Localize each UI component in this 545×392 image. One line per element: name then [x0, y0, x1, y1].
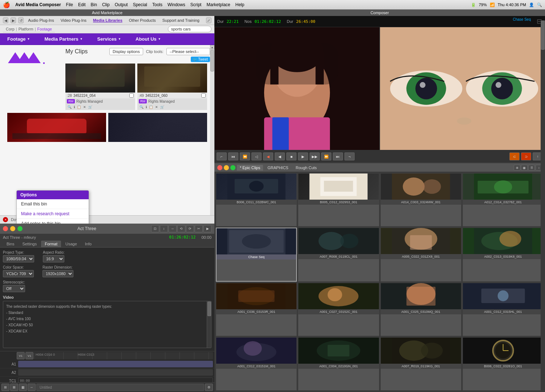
bins-tab-rough[interactable]: Rough Cuts [293, 165, 320, 171]
refresh-btn[interactable]: ↺ [18, 17, 24, 23]
bins-tab-epic[interactable]: * Epic Clips [237, 165, 263, 171]
menu-windows[interactable]: Windows [167, 2, 185, 7]
menu-marketplace[interactable]: Marketplace [206, 2, 230, 7]
scrollbar[interactable]: ▲ ▼ [210, 45, 214, 224]
stereoscopic-select[interactable]: Off [3, 285, 25, 292]
copy-clip-2[interactable]: 📋 [148, 105, 154, 109]
bt-1[interactable]: ⊞ [1, 384, 9, 391]
breadcrumb-platform[interactable]: Platform [19, 27, 33, 31]
mark-in[interactable]: ⌐ [217, 152, 227, 160]
overwrite[interactable]: ⊃ [521, 152, 531, 160]
splice-in[interactable]: ⊂ [509, 152, 520, 160]
slow-back[interactable]: ◀ [275, 152, 285, 160]
bin-clip-10[interactable]: A001_C027_03152C_001 [298, 283, 379, 336]
search-clip-1[interactable]: 🔍 [67, 105, 72, 109]
option-notes[interactable]: Add notes to this bin [17, 219, 89, 224]
bin-clip-7[interactable]: A005_C022_031ZX8_001 [380, 228, 461, 282]
back-btn[interactable]: ◀ [3, 17, 8, 23]
tool-4[interactable]: ⟲ [177, 225, 185, 232]
tab-bins[interactable]: Bins [3, 241, 18, 247]
copy-clip-1[interactable]: 📋 [76, 105, 82, 109]
bt-2[interactable]: ⊠ [10, 384, 18, 391]
bt-5[interactable]: ⚙ [205, 384, 213, 391]
stop[interactable]: ■ [286, 152, 296, 160]
tool-7[interactable]: ▶ [203, 225, 211, 232]
clip-item-4[interactable] [108, 113, 207, 142]
step-fwd-many[interactable]: ⏭ [333, 152, 343, 160]
bin-clip-1[interactable]: B006_C011_032BWC_001 [216, 173, 297, 226]
tc-tool-v1[interactable]: V1 [25, 352, 33, 359]
bin-clip-13[interactable]: A001_C012_03151M_001 [216, 337, 297, 391]
bin-clip-9[interactable]: A001_C036_03153R_001 [216, 283, 297, 336]
bt-4[interactable]: ↔ [28, 384, 36, 391]
option-research[interactable]: Make a research request [17, 209, 89, 219]
breadcrumb-corp[interactable]: Corp [6, 27, 15, 31]
cart-clip-1[interactable]: 🛒 [88, 105, 93, 109]
raster-dim-select[interactable]: 1920x1080 [43, 270, 73, 277]
tab-usage[interactable]: Usage [62, 241, 81, 247]
minimize-btn[interactable] [10, 226, 15, 231]
clip-check-2[interactable] [201, 93, 206, 98]
bins-tab-graphics[interactable]: GRAPHICS [265, 165, 291, 171]
option-email[interactable]: Email this bin [17, 199, 89, 209]
forward-btn[interactable]: ▶ [11, 17, 16, 23]
download-close[interactable]: ✕ [3, 217, 8, 222]
bins-max[interactable] [230, 165, 235, 170]
nav-tab-video[interactable]: Video Plug-Ins [58, 17, 89, 23]
clip-tools-dropdown[interactable]: --Please select-- [166, 48, 210, 55]
nav-tab-media[interactable]: Media Libraries [91, 17, 125, 23]
bins-tool-3[interactable]: ☰ [528, 165, 535, 171]
bin-clip-12[interactable]: A001_C012_0315HL_001 [463, 283, 544, 336]
clip-check-1[interactable] [129, 93, 134, 98]
expand-btn[interactable]: ⤢ [206, 17, 211, 23]
project-type-select[interactable]: 1080/59.04 [3, 255, 34, 262]
display-options-btn[interactable]: Display options [109, 48, 143, 55]
info-clip-1[interactable]: ℹ [73, 105, 76, 109]
clip-item-3[interactable] [7, 113, 106, 142]
nav-media-partners[interactable]: Media Partners ▼ [37, 33, 90, 45]
bins-scrollbar[interactable] [541, 20, 545, 392]
bins-min[interactable] [224, 165, 229, 170]
scroll-thumb[interactable] [210, 50, 214, 72]
clip-item-1[interactable]: :28 3452224_054 RM Rights Managed 🔍 ℹ 📋 [65, 64, 135, 110]
nav-footage[interactable]: Footage ▼ [0, 33, 37, 45]
tool-1[interactable]: ⊡ [151, 225, 159, 232]
nav-services[interactable]: Services ▼ [90, 33, 128, 45]
delete-clip-2[interactable]: ✕ [154, 105, 159, 109]
search-clip-2[interactable]: 🔍 [139, 105, 144, 109]
color-space-select[interactable]: YCbCr 709 [3, 270, 34, 277]
tab-settings[interactable]: Settings [19, 241, 40, 247]
step-fwd[interactable]: ⏩ [321, 152, 331, 160]
nav-tab-support[interactable]: Support and Training [160, 17, 202, 23]
bins-close[interactable] [217, 165, 222, 170]
tc-tool-1[interactable]: V1 [17, 352, 25, 359]
step-back[interactable]: ⏪ [240, 152, 250, 160]
scroll-up[interactable]: ▲ [210, 45, 214, 49]
nav-tab-other[interactable]: Other Products [127, 17, 158, 23]
menu-help[interactable]: Help [235, 2, 245, 7]
tool-2[interactable]: ↕ [160, 225, 168, 232]
bin-clip-16[interactable]: B006_C022_03281O_001 [463, 337, 544, 391]
bin-clip-5[interactable]: Chase Seq [216, 228, 297, 282]
clip-item-2[interactable]: :49 3452224_060 RM Rights Managed 🔍 ℹ 📋 [137, 64, 207, 110]
close-btn[interactable] [3, 226, 8, 231]
apple-menu[interactable]: 🍎 [3, 1, 10, 8]
tool-6[interactable]: ✂ [195, 225, 203, 232]
bin-clip-3[interactable]: A014_C003_0324MW_001 [380, 173, 461, 226]
bin-clip-4[interactable]: A012_C014_03278Z_001 [463, 173, 544, 226]
breadcrumb-footage[interactable]: Footage [37, 27, 52, 31]
bins-tool-1[interactable]: ⊞ [514, 165, 520, 171]
nav-tab-audio[interactable]: Audio Plug-Ins [26, 17, 56, 23]
tool-3[interactable]: ↔ [169, 225, 177, 232]
search-input[interactable] [168, 26, 211, 32]
nav-about-us[interactable]: About Us ▼ [128, 33, 168, 45]
mark-out[interactable]: ¬ [344, 152, 355, 160]
menu-tools[interactable]: Tools [152, 2, 162, 7]
search-icon[interactable]: 🔍 [537, 3, 542, 7]
step-back-many[interactable]: ⏮ [228, 152, 238, 160]
menu-bin[interactable]: Bin [91, 2, 97, 7]
bin-clip-2[interactable]: B005_C012_032953_001 [298, 173, 379, 226]
trim-left[interactable]: ◁ [251, 152, 262, 160]
bins-tool-2[interactable]: ▦ [521, 165, 528, 171]
menu-special[interactable]: Special [133, 2, 147, 7]
